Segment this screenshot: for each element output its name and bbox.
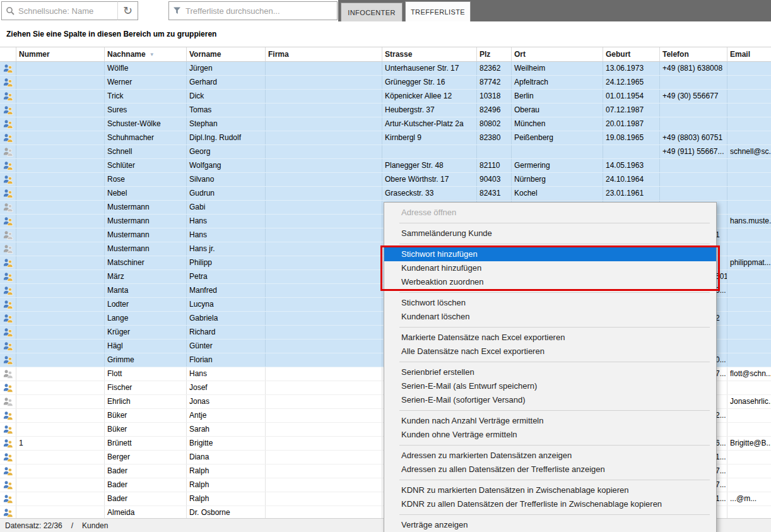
grid-header: Nummer Nachname ▼ Vorname Firma Strasse … [0,47,771,62]
cell-firma [266,381,382,394]
cell-firma [266,201,382,214]
menu-item[interactable]: Adressen zu allen Datensätzen der Treffe… [384,463,716,476]
cell-firma [266,367,382,381]
cell-nachname: Flott [105,367,187,381]
cell-firma [266,256,382,269]
table-row[interactable]: TrickDickKöpenicker Allee 1210318Berlin0… [0,90,771,103]
cell-nummer [16,506,105,519]
cell-nachname: Trick [105,90,187,103]
cell-vorname: Hans [187,228,266,242]
cell-geburt: 07.12.1987 [603,103,660,117]
customers-icon [0,270,16,283]
menu-item[interactable]: Sammeländerung Kunde [384,227,716,240]
menu-item[interactable]: Serien-E-Mail (als Entwurf speichern) [384,379,716,393]
cell-vorname: Dr. Osborne [187,506,266,519]
tab-trefferliste[interactable]: TREFFERLISTE [405,1,471,21]
menu-item[interactable]: KDNR zu allen Datensätzen der Trefferlis… [384,497,716,511]
group-by-panel[interactable]: Ziehen Sie eine Spalte in diesen Bereich… [0,21,771,47]
menu-separator [399,514,710,515]
cell-firma [266,451,382,464]
cell-email [727,478,771,492]
table-row[interactable]: SchnellGeorg+49 (911) 55667...schnell@sc… [0,145,771,159]
table-row[interactable]: SchlüterWolfgangPlanegger Str. 4882110Ge… [0,159,771,173]
sort-desc-icon: ▼ [150,52,155,57]
table-row[interactable]: Schuster-WölkeStephanArtur-Kutscher-Plat… [0,117,771,131]
menu-item[interactable]: Stichwort löschen [384,296,716,310]
menu-item[interactable]: Kunden nach Anzahl Verträge ermitteln [384,414,716,428]
menu-item[interactable]: Kunden ohne Verträge ermitteln [384,428,716,442]
cell-firma [266,131,382,145]
menu-item[interactable]: Markierte Datensätze nach Excel exportie… [384,331,716,345]
column-header-nummer[interactable]: Nummer [16,47,105,61]
column-header-firma[interactable]: Firma [266,47,382,61]
menu-item[interactable]: Serien-E-Mail (sofortiger Versand) [384,393,716,407]
cell-firma [266,409,382,422]
quick-search-input[interactable] [18,6,117,16]
cell-ort: Kochel [512,187,603,200]
table-row[interactable]: WölfleJürgenUnterhausener Str. 1782362We… [0,62,771,76]
column-header-email[interactable]: Email [727,47,771,61]
cell-email [727,173,771,186]
table-row[interactable]: WernerGerhardGrünegger Str. 1687742Apfel… [0,76,771,90]
cell-vorname: Ralph [187,464,266,478]
toolbar: ↻ INFOCENTER TREFFERLISTE [0,0,771,21]
cell-nummer [16,117,105,131]
table-row[interactable]: SuresTomasHeubergstr. 3782496Oberau07.12… [0,103,771,117]
tab-infocenter[interactable]: INFOCENTER [341,3,403,21]
menu-item[interactable]: Werbeaktion zuordnen [384,275,716,289]
cell-nummer [16,76,105,89]
table-row[interactable]: SchuhmacherDipl.Ing. RudolfKirnbergl 982… [0,131,771,145]
column-header-plz[interactable]: Plz [477,47,512,61]
table-row[interactable]: RoseSilvanoObere Wörthstr. 1790403Nürnbe… [0,173,771,187]
cell-email: ...@m... [727,492,771,505]
cell-email [727,284,771,297]
cell-telefon: +49 (30) 556677 [660,90,727,103]
column-header-ort[interactable]: Ort [512,47,603,61]
column-header-nachname[interactable]: Nachname ▼ [105,47,187,61]
cell-telefon [660,103,727,117]
cell-nachname: Bader [105,492,187,505]
cell-nachname: Werner [105,76,187,89]
menu-item[interactable]: Serienbrief erstellen [384,365,716,379]
menu-item[interactable]: Stichwort hinzufügen [384,247,716,261]
cell-vorname: Jonas [187,395,266,408]
cell-ort: Oberau [512,103,603,117]
cell-telefon [660,187,727,200]
cell-vorname: Diana [187,451,266,464]
column-header-geburt[interactable]: Geburt [603,47,660,61]
column-header-label: Nachname [107,50,146,59]
cell-vorname: Brigitte [187,437,266,450]
cell-email [727,298,771,311]
cell-nachname: Hägl [105,340,187,353]
cell-nachname: März [105,270,187,283]
cell-nummer [16,228,105,242]
cell-telefon [660,173,727,186]
cell-email: philippmat... [727,256,771,269]
menu-item[interactable]: Kundenart hinzufügen [384,261,716,275]
column-header-strasse[interactable]: Strasse [382,47,477,61]
menu-item[interactable]: Verträge anzeigen [384,518,716,532]
cell-vorname: Sarah [187,423,266,436]
cell-nachname: Grimme [105,353,187,367]
menu-item[interactable]: KDNR zu markierten Datensätzen in Zwisch… [384,483,716,497]
menu-separator [399,445,710,446]
list-search-input[interactable] [185,6,337,16]
menu-item[interactable]: Kundenart löschen [384,310,716,324]
table-row[interactable]: NebelGudrunGraseckstr. 3382431Kochel23.0… [0,187,771,201]
cell-geburt [603,145,660,158]
column-header-telefon[interactable]: Telefon [660,47,727,61]
cell-nachname: Mustermann [105,201,187,214]
cell-nummer [16,90,105,103]
refresh-button[interactable]: ↻ [117,1,138,20]
cell-email [727,353,771,367]
cell-nachname: Büker [105,423,187,436]
customers-icon [0,437,16,450]
cell-nummer [16,367,105,381]
cell-nummer [16,381,105,394]
cell-vorname: Josef [187,381,266,394]
menu-item[interactable]: Alle Datensätze nach Excel exportieren [384,345,716,358]
cell-nummer [16,298,105,311]
cell-vorname: Günter [187,340,266,353]
menu-item[interactable]: Adressen zu markierten Datensätzen anzei… [384,449,716,463]
column-header-vorname[interactable]: Vorname [187,47,266,61]
